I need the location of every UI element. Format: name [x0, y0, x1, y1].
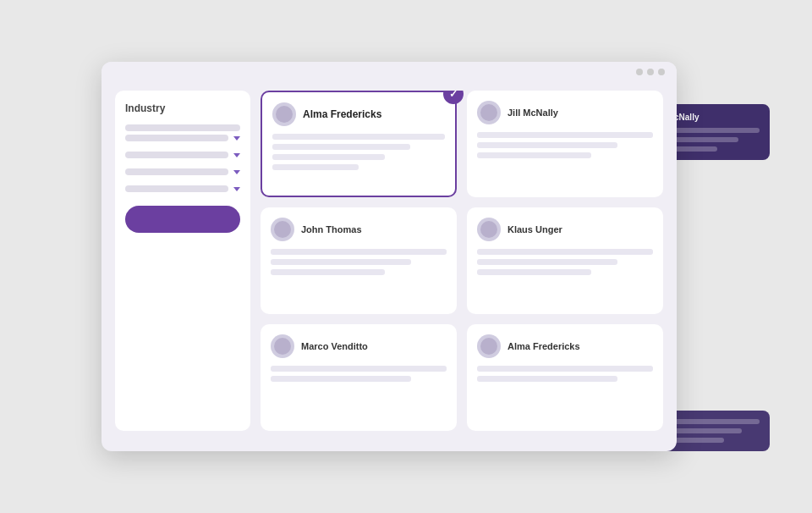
card-header-5: Marco Venditto [271, 334, 447, 358]
avatar-6 [477, 334, 501, 358]
avatar-inner-4 [480, 221, 497, 238]
card-line-2c [477, 152, 591, 158]
card-line-4c [477, 269, 591, 275]
card-header-1: Alma Fredericks [272, 102, 445, 126]
filter-row-2[interactable] [125, 152, 240, 158]
card-line-1d [272, 164, 359, 170]
card-line-2b [477, 142, 617, 148]
avatar-4 [477, 218, 501, 241]
search-button[interactable] [125, 206, 240, 233]
browser-body: Industry [102, 82, 677, 444]
dot-1 [636, 69, 643, 75]
window-controls [636, 69, 665, 75]
filter-item-4 [125, 182, 240, 192]
filter-bar-3b [125, 168, 228, 175]
card-line-2a [477, 132, 653, 138]
avatar-3 [271, 218, 294, 241]
avatar-5 [271, 334, 294, 358]
card-line-1c [272, 154, 385, 160]
card-klaus-unger[interactable]: Klaus Unger [467, 207, 663, 314]
dropdown-arrow-2[interactable] [233, 153, 240, 157]
card-john-thomas[interactable]: John Thomas [261, 207, 457, 314]
card-line-5b [271, 376, 411, 382]
avatar-inner-2 [480, 104, 497, 121]
card-line-5a [271, 366, 447, 372]
filter-bar-1 [125, 124, 240, 131]
card-name-2: Jill McNally [508, 108, 558, 118]
card-name-1: Alma Fredericks [303, 108, 381, 120]
filter-row-1[interactable] [125, 135, 240, 141]
filter-bar-2b [125, 152, 228, 158]
card-alma-fredericks-1[interactable]: ✓ Alma Fredericks [261, 91, 457, 197]
avatar-inner-5 [274, 338, 291, 355]
card-name-4: Klaus Unger [508, 224, 562, 234]
filter-item-3 [125, 165, 240, 175]
selected-badge: ✓ [443, 91, 464, 104]
filter-row-4[interactable] [125, 185, 240, 192]
avatar-1 [272, 102, 296, 126]
card-line-1b [272, 144, 410, 150]
popup-bottom-line-2 [670, 428, 742, 433]
card-header-4: Klaus Unger [477, 218, 653, 241]
card-header-3: John Thomas [271, 218, 447, 241]
dropdown-arrow-1[interactable] [233, 136, 240, 141]
filter-title: Industry [125, 102, 240, 114]
card-line-3b [271, 259, 411, 265]
dropdown-arrow-3[interactable] [233, 170, 240, 174]
popup-bottom-line-3 [670, 438, 724, 443]
card-line-6b [477, 376, 617, 382]
card-jill-mcnally[interactable]: Jill McNally [467, 91, 663, 197]
avatar-2 [477, 101, 501, 124]
filter-item-2 [125, 148, 240, 158]
filter-row-3[interactable] [125, 168, 240, 175]
card-line-3a [271, 249, 447, 255]
card-line-4a [477, 249, 653, 255]
card-name-5: Marco Venditto [301, 341, 368, 351]
browser-window: Industry [102, 62, 677, 451]
card-line-3c [271, 269, 385, 275]
dot-3 [658, 69, 665, 75]
filter-bar-4b [125, 185, 228, 192]
card-line-6a [477, 366, 653, 372]
avatar-inner-6 [480, 338, 497, 355]
card-alma-fredericks-2[interactable]: Alma Fredericks [467, 324, 663, 431]
filter-item-1 [125, 124, 240, 141]
avatar-inner-1 [276, 106, 293, 123]
filter-panel: Industry [115, 91, 250, 431]
card-name-3: John Thomas [301, 224, 362, 234]
scene: Jill McNally Industry [76, 36, 736, 477]
popup-bottom-line-1 [670, 419, 760, 424]
card-marco-venditto[interactable]: Marco Venditto [261, 324, 457, 431]
titlebar [102, 62, 677, 82]
filter-bar-1b [125, 135, 228, 141]
card-line-4b [477, 259, 617, 265]
card-header-6: Alma Fredericks [477, 334, 653, 358]
card-name-6: Alma Fredericks [508, 341, 580, 351]
card-header-2: Jill McNally [477, 101, 653, 124]
dot-2 [647, 69, 654, 75]
avatar-inner-3 [274, 221, 291, 238]
dropdown-arrow-4[interactable] [233, 187, 240, 191]
cards-grid: ✓ Alma Fredericks [261, 91, 663, 431]
card-line-1a [272, 134, 445, 140]
